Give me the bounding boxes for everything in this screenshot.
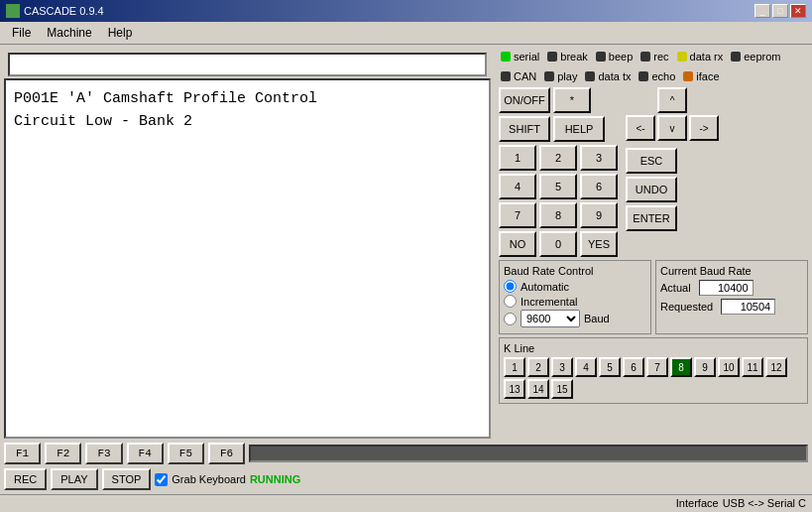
kline-btn-8[interactable]: 8 [670,357,692,377]
kline-btn-12[interactable]: 12 [765,357,787,377]
status-can: CAN [501,70,536,82]
status-row: serial break beep rec data rx [499,49,808,84]
f1-button[interactable]: F1 [4,443,41,464]
undo-button[interactable]: UNDO [626,177,677,202]
num9-button[interactable]: 9 [580,202,618,228]
kline-btn-1[interactable]: 1 [504,357,525,377]
grab-keyboard-container: Grab Keyboard [155,473,246,486]
btn-row-6: NO 0 YES [499,231,618,257]
menu-help[interactable]: Help [100,24,141,42]
f2-button[interactable]: F2 [45,443,81,464]
status-beep: beep [596,51,633,63]
close-button[interactable]: ✕ [790,4,806,18]
star-button[interactable]: * [553,87,591,113]
kline-btn-9[interactable]: 9 [694,357,716,377]
btn-row-1: ON/OFF * [499,87,618,113]
f4-button[interactable]: F4 [127,443,164,464]
requested-row: Requested 10504 [660,299,803,315]
kline-btn-6[interactable]: 6 [623,357,644,377]
status-rec: rec [640,51,668,63]
label-eeprom: eeprom [744,51,780,63]
on-off-button[interactable]: ON/OFF [499,87,550,113]
title-bar-controls: _ □ ✕ [754,4,806,18]
interface-bar: Interface USB <-> Serial C [0,494,812,511]
num6-button[interactable]: 6 [580,174,618,199]
btn-row-5: 7 8 9 [499,202,618,228]
text-display: P001E 'A' Camshaft Profile Control Circu… [4,78,491,439]
grab-keyboard-label: Grab Keyboard [172,473,246,485]
num1-button[interactable]: 1 [499,145,536,171]
kline-btn-14[interactable]: 14 [527,379,549,399]
num4-button[interactable]: 4 [499,174,536,199]
f5-button[interactable]: F5 [168,443,204,464]
kline-btn-10[interactable]: 10 [718,357,740,377]
num0-button[interactable]: 0 [539,231,577,257]
f3-button[interactable]: F3 [85,443,122,464]
minimize-button[interactable]: _ [754,4,770,18]
kline-btn-5[interactable]: 5 [599,357,621,377]
num8-button[interactable]: 8 [539,202,577,228]
app-icon [6,4,20,18]
no-button[interactable]: NO [499,231,536,257]
menu-file[interactable]: File [4,24,39,42]
rec-button[interactable]: REC [4,468,47,490]
requested-label: Requested [660,301,713,313]
kline-section: K Line 1 2 3 4 5 6 7 8 9 10 11 12 13 14 … [499,337,808,404]
kline-btn-3[interactable]: 3 [551,357,573,377]
label-echo: echo [651,70,675,82]
status-serial: serial [501,51,539,63]
baud-select-radio[interactable] [504,313,517,325]
f6-button[interactable]: F6 [208,443,245,464]
interface-value: USB <-> Serial C [723,497,806,509]
actual-label: Actual [660,282,691,294]
status-iface: iface [683,70,719,82]
maximize-button[interactable]: □ [772,4,788,18]
requested-value: 10504 [721,299,775,315]
title-bar-left: CASCADE 0.9.4 [6,4,104,18]
incremental-radio[interactable] [504,295,517,308]
nav-up-button[interactable]: ^ [657,87,687,113]
label-rec: rec [653,51,668,63]
enter-button[interactable]: ENTER [626,205,677,231]
num3-button[interactable]: 3 [580,145,618,171]
yes-button[interactable]: YES [580,231,618,257]
play-button[interactable]: PLAY [51,468,97,490]
esc-button[interactable]: ESC [626,148,677,174]
automatic-radio-row: Automatic [504,280,646,293]
led-can [501,71,511,81]
label-datatx: data tx [598,70,631,82]
incremental-label: Incremental [521,296,577,308]
baud-select[interactable]: 9600 19200 38400 57600 115200 [521,310,580,327]
num2-button[interactable]: 2 [539,145,577,171]
bottom-bar-2: REC PLAY STOP Grab Keyboard RUNNING [0,468,812,494]
text-input-bar[interactable] [8,53,487,76]
shift-button[interactable]: SHIFT [499,116,550,142]
kline-btn-11[interactable]: 11 [742,357,763,377]
kline-btn-4[interactable]: 4 [575,357,597,377]
menu-machine[interactable]: Machine [39,24,99,42]
incremental-radio-row: Incremental [504,295,646,308]
num7-button[interactable]: 7 [499,202,536,228]
help-button[interactable]: HELP [553,116,605,142]
label-break: break [560,51,588,63]
btn-row-3: 1 2 3 [499,145,618,171]
num5-button[interactable]: 5 [539,174,577,199]
window-title: CASCADE 0.9.4 [24,5,104,17]
kline-btn-15[interactable]: 15 [551,379,573,399]
stop-button[interactable]: STOP [102,468,152,490]
nav-right-button[interactable]: -> [689,115,719,141]
automatic-radio[interactable] [504,280,517,293]
nav-down-button[interactable]: v [657,115,687,141]
label-iface: iface [696,70,719,82]
nav-left-button[interactable]: <- [626,115,655,141]
kline-btn-13[interactable]: 13 [504,379,525,399]
kline-btn-2[interactable]: 2 [527,357,549,377]
grab-keyboard-checkbox[interactable] [155,473,168,486]
menu-bar: File Machine Help [0,22,812,45]
baud-control-title: Baud Rate Control [504,265,646,277]
right-panel: serial break beep rec data rx [495,45,812,439]
led-play [544,71,554,81]
kline-btn-7[interactable]: 7 [646,357,668,377]
led-serial [501,52,511,62]
running-label: RUNNING [250,473,300,485]
